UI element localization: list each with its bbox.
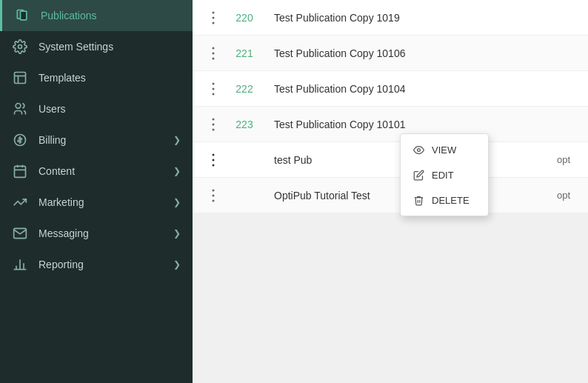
content-icon [12,163,28,179]
table-row: 220 Test Publication Copy 1019 [193,0,588,36]
row-id: 221 [222,47,267,59]
row-id: 220 [222,12,267,24]
svg-point-22 [213,82,215,84]
sidebar-item-label: Content [39,165,163,177]
reporting-icon [12,256,28,273]
chevron-down-icon: ❯ [173,228,181,239]
sidebar-item-messaging[interactable]: Messaging ❯ [0,218,193,249]
row-menu-button[interactable] [204,44,222,62]
main-content: 220 Test Publication Copy 1019 221 Test … [193,0,588,383]
row-menu-button[interactable] [204,187,222,204]
sidebar-item-label: Messaging [39,227,163,239]
sidebar-item-templates[interactable]: Templates [0,62,193,93]
settings-icon [12,39,28,55]
table-row: OptiPub Tutorial Test opt [193,178,588,213]
row-title: Test Publication Copy 10101 [267,119,576,130]
context-menu-view-label: VIEW [432,144,456,156]
context-menu-delete-label: DELETE [432,195,470,206]
row-opt: opt [557,190,576,201]
row-menu-button[interactable] [204,116,222,133]
row-id: 222 [222,83,267,95]
svg-point-20 [213,52,215,54]
sidebar-item-publications[interactable]: Publications [0,0,193,31]
sidebar-item-label: Reporting [39,259,163,270]
context-menu: VIEW EDIT DELETE [400,133,489,216]
row-title: Test Publication Copy 1019 [267,12,576,24]
sidebar-item-label: System Settings [39,41,181,53]
sidebar-item-marketing[interactable]: Marketing ❯ [0,187,193,218]
svg-point-24 [213,93,215,95]
edit-icon [412,169,424,181]
sidebar-item-users[interactable]: Users [0,93,193,124]
svg-point-33 [213,199,215,202]
svg-point-28 [213,153,215,156]
svg-point-30 [213,164,215,166]
svg-point-31 [213,189,215,191]
sidebar: Publications System Settings Templates [0,0,193,383]
svg-point-18 [213,21,215,24]
sidebar-item-label: Publications [41,10,181,21]
svg-point-21 [213,57,215,59]
svg-rect-8 [15,166,26,177]
sidebar-item-label: Users [39,103,181,115]
sidebar-item-billing[interactable]: Billing ❯ [0,124,193,156]
svg-point-16 [213,11,215,13]
context-menu-delete[interactable]: DELETE [401,187,488,213]
context-menu-edit[interactable]: EDIT [401,162,488,187]
svg-rect-3 [15,73,26,84]
table-row: 221 Test Publication Copy 10106 [193,36,588,71]
svg-point-2 [19,45,22,49]
context-menu-view[interactable]: VIEW [401,137,488,162]
trash-icon [412,194,424,206]
svg-rect-1 [21,11,27,20]
svg-point-17 [213,16,215,19]
chevron-down-icon: ❯ [173,135,181,145]
users-icon [12,101,28,117]
svg-point-23 [213,87,215,90]
svg-point-27 [213,128,215,130]
row-menu-button[interactable] [204,80,222,98]
row-title: Test Publication Copy 10106 [267,47,576,59]
svg-point-19 [213,47,215,49]
chevron-down-icon: ❯ [173,259,181,270]
eye-icon [412,144,424,156]
templates-icon [12,70,28,86]
sidebar-item-reporting[interactable]: Reporting ❯ [0,249,193,280]
table-row: 222 Test Publication Copy 10104 [193,71,588,107]
table-row: test Pub opt [193,142,588,178]
table-row: 223 Test Publication Copy 10101 [193,107,588,142]
sidebar-item-system-settings[interactable]: System Settings [0,31,193,62]
marketing-icon [12,194,28,210]
row-menu-button[interactable] [204,9,222,27]
sidebar-item-label: Billing [39,134,163,146]
svg-point-32 [213,194,215,196]
messaging-icon [12,225,28,242]
publications-icon [14,7,30,24]
row-opt: opt [557,154,576,165]
svg-point-25 [213,118,215,120]
context-menu-edit-label: EDIT [432,170,454,181]
chevron-down-icon: ❯ [173,197,181,207]
svg-point-6 [16,104,21,109]
sidebar-item-label: Marketing [39,196,163,208]
row-menu-button[interactable] [204,151,222,169]
sidebar-item-content[interactable]: Content ❯ [0,156,193,187]
row-title: Test Publication Copy 10104 [267,83,576,95]
sidebar-item-label: Templates [39,72,181,84]
billing-icon [12,132,28,148]
svg-point-34 [417,148,420,151]
svg-point-29 [213,159,215,161]
svg-point-26 [213,123,215,125]
chevron-down-icon: ❯ [173,166,181,176]
row-id: 223 [222,119,267,130]
